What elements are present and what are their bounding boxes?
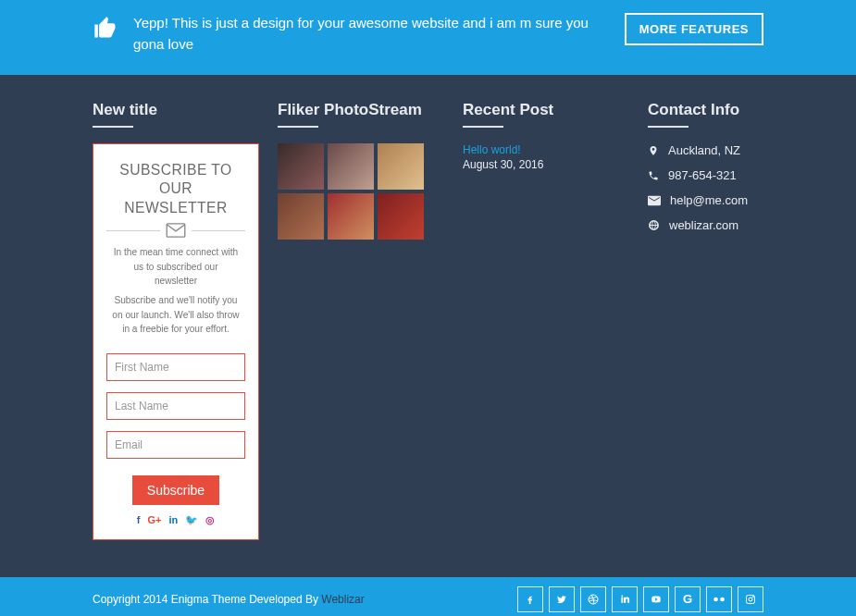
contact-location: Auckland, NZ	[648, 143, 814, 157]
thumbs-up-icon	[93, 15, 118, 44]
envelope-icon	[106, 223, 245, 238]
flickr-thumb[interactable]	[328, 193, 374, 240]
footer-flickr-icon[interactable]	[706, 586, 732, 612]
recent-post-link[interactable]: Hello world!	[463, 143, 629, 156]
company-link[interactable]: Weblizar	[321, 593, 364, 606]
recent-post-item: Hello world! August 30, 2016	[463, 143, 629, 171]
more-features-button[interactable]: MORE FEATURES	[625, 13, 763, 45]
map-marker-icon	[648, 144, 659, 157]
facebook-icon[interactable]: f	[137, 514, 141, 526]
svg-point-5	[749, 598, 752, 601]
linkedin-icon[interactable]: in	[168, 514, 178, 526]
globe-icon	[648, 219, 660, 231]
svg-rect-0	[167, 224, 185, 237]
footer-youtube-icon[interactable]	[643, 586, 669, 612]
phone-icon	[648, 169, 659, 182]
contact-email: help@me.com	[648, 193, 814, 207]
last-name-field[interactable]	[106, 392, 245, 420]
footer-google-icon[interactable]: G	[675, 586, 701, 612]
subscribe-button[interactable]: Subscribe	[132, 475, 219, 505]
flickr-thumb[interactable]	[278, 143, 324, 190]
widget-recent-post: Recent Post Hello world! August 30, 2016	[463, 101, 629, 540]
footer-facebook-icon[interactable]	[517, 586, 543, 612]
subscribe-text-2: Subscribe and we'll notify you on our la…	[112, 293, 240, 336]
first-name-field[interactable]	[106, 353, 245, 381]
subscribe-text-1: In the mean time connect with us to subs…	[112, 245, 240, 288]
widget-title-flickr: Fliker PhotoStream	[278, 101, 444, 127]
footer-widgets: New title SUBSCRIBE TO OUR NEWSLETTER In…	[0, 75, 856, 577]
google-plus-icon[interactable]: G+	[147, 514, 161, 526]
email-field[interactable]	[106, 431, 245, 459]
contact-list: Auckland, NZ 987-654-321 help@me.com web…	[648, 143, 814, 232]
widget-contact: Contact Info Auckland, NZ 987-654-321 he…	[648, 101, 814, 540]
subscribe-card: SUBSCRIBE TO OUR NEWSLETTER In the mean …	[93, 143, 259, 540]
banner-message: Yepp! This is just a design for your awe…	[133, 13, 610, 55]
footer-twitter-icon[interactable]	[549, 586, 575, 612]
widget-title-recent: Recent Post	[463, 101, 629, 127]
svg-point-3	[720, 597, 725, 601]
footer-social-row: G	[517, 586, 763, 612]
flickr-thumb[interactable]	[278, 193, 324, 240]
bottom-bar: Copyright 2014 Enigma Theme Developed By…	[0, 577, 856, 616]
twitter-icon[interactable]: 🐦	[185, 514, 198, 526]
footer-dribbble-icon[interactable]	[580, 586, 606, 612]
contact-phone: 987-654-321	[648, 168, 814, 182]
widget-title-contact: Contact Info	[648, 101, 814, 127]
flickr-thumb[interactable]	[378, 143, 424, 190]
recent-post-date: August 30, 2016	[463, 158, 629, 171]
svg-point-2	[713, 597, 718, 601]
widget-subscribe: New title SUBSCRIBE TO OUR NEWSLETTER In…	[93, 101, 259, 540]
flickr-thumb[interactable]	[378, 193, 424, 240]
instagram-icon[interactable]: ◎	[205, 514, 215, 526]
promo-banner: Yepp! This is just a design for your awe…	[0, 0, 856, 75]
subscribe-social-row: f G+ in 🐦 ◎	[106, 514, 245, 526]
widget-title-subscribe: New title	[93, 101, 259, 127]
footer-linkedin-icon[interactable]	[612, 586, 638, 612]
footer-instagram-icon[interactable]	[738, 586, 763, 612]
flickr-grid	[278, 143, 444, 240]
copyright-text: Copyright 2014 Enigma Theme Developed By…	[93, 593, 365, 606]
widget-flickr: Fliker PhotoStream	[278, 101, 444, 540]
flickr-thumb[interactable]	[328, 143, 374, 190]
subscribe-heading: SUBSCRIBE TO OUR NEWSLETTER	[112, 161, 240, 217]
contact-website: weblizar.com	[648, 218, 814, 232]
svg-point-6	[752, 596, 753, 597]
envelope-icon	[648, 195, 661, 206]
